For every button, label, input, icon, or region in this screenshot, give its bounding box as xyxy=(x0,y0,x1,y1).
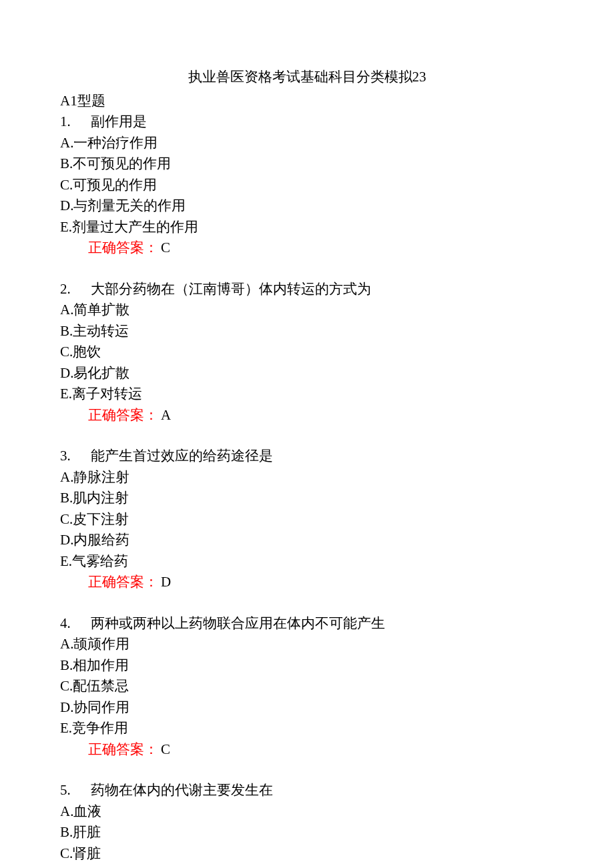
option-b: B.相加作用 xyxy=(60,655,554,677)
option-b: B.肌内注射 xyxy=(60,488,554,509)
option-b: B.不可预见的作用 xyxy=(60,153,554,175)
question-3: 3.能产生首过效应的给药途径是 A.静脉注射 B.肌内注射 C.皮下注射 D.内… xyxy=(60,446,554,593)
option-c: C.胞饮 xyxy=(60,342,554,363)
option-b: B.主动转运 xyxy=(60,321,554,342)
stem-text: 大部分药物在（江南博哥）体内转运的方式为 xyxy=(91,281,371,297)
option-c: C.配伍禁忌 xyxy=(60,676,554,697)
document-title: 执业兽医资格考试基础科目分类模拟23 xyxy=(60,67,554,88)
answer-line: 正确答案：D xyxy=(60,572,554,593)
answer-line: 正确答案：C xyxy=(60,238,554,259)
question-number: 4. xyxy=(60,613,71,634)
stem-text: 副作用是 xyxy=(91,113,147,129)
option-d: D.协同作用 xyxy=(60,697,554,719)
question-number: 1. xyxy=(60,111,71,133)
answer-label: 正确答案： xyxy=(88,407,158,423)
answer-line: 正确答案：A xyxy=(60,405,554,426)
question-number: 2. xyxy=(60,279,71,300)
answer-value: C xyxy=(161,240,170,256)
question-5: 5.药物在体内的代谢主要发生在 A.血液 B.肝脏 C.肾脏 xyxy=(60,780,554,864)
question-number: 5. xyxy=(60,780,71,801)
question-stem: 3.能产生首过效应的给药途径是 xyxy=(60,446,554,467)
question-4: 4.两种或两种以上药物联合应用在体内不可能产生 A.颉颃作用 B.相加作用 C.… xyxy=(60,613,554,761)
option-a: A.一种治疗作用 xyxy=(60,133,554,154)
question-2: 2.大部分药物在（江南博哥）体内转运的方式为 A.简单扩散 B.主动转运 C.胞… xyxy=(60,279,554,426)
option-c: C.可预见的作用 xyxy=(60,175,554,196)
answer-label: 正确答案： xyxy=(88,741,158,757)
option-e: E.剂量过大产生的作用 xyxy=(60,217,554,238)
option-a: A.颉颃作用 xyxy=(60,634,554,655)
answer-value: C xyxy=(161,741,170,757)
option-e: E.离子对转运 xyxy=(60,384,554,405)
answer-label: 正确答案： xyxy=(88,240,158,256)
answer-value: D xyxy=(161,574,171,590)
stem-text: 两种或两种以上药物联合应用在体内不可能产生 xyxy=(91,615,385,631)
question-stem: 4.两种或两种以上药物联合应用在体内不可能产生 xyxy=(60,613,554,634)
option-c: C.肾脏 xyxy=(60,843,554,865)
option-c: C.皮下注射 xyxy=(60,509,554,530)
question-1: 1.副作用是 A.一种治疗作用 B.不可预见的作用 C.可预见的作用 D.与剂量… xyxy=(60,111,554,259)
question-stem: 1.副作用是 xyxy=(60,111,554,133)
option-e: E.竞争作用 xyxy=(60,718,554,739)
option-a: A.简单扩散 xyxy=(60,300,554,321)
option-b: B.肝脏 xyxy=(60,822,554,843)
answer-label: 正确答案： xyxy=(88,574,158,590)
question-number: 3. xyxy=(60,446,71,467)
answer-value: A xyxy=(161,407,171,423)
question-stem: 5.药物在体内的代谢主要发生在 xyxy=(60,780,554,801)
stem-text: 药物在体内的代谢主要发生在 xyxy=(91,782,273,798)
option-a: A.血液 xyxy=(60,801,554,823)
answer-line: 正确答案：C xyxy=(60,739,554,761)
option-d: D.与剂量无关的作用 xyxy=(60,195,554,217)
stem-text: 能产生首过效应的给药途径是 xyxy=(91,448,273,464)
option-a: A.静脉注射 xyxy=(60,467,554,488)
option-e: E.气雾给药 xyxy=(60,551,554,572)
option-d: D.易化扩散 xyxy=(60,363,554,384)
section-header: A1型题 xyxy=(60,91,554,112)
question-stem: 2.大部分药物在（江南博哥）体内转运的方式为 xyxy=(60,279,554,300)
option-d: D.内服给药 xyxy=(60,530,554,551)
